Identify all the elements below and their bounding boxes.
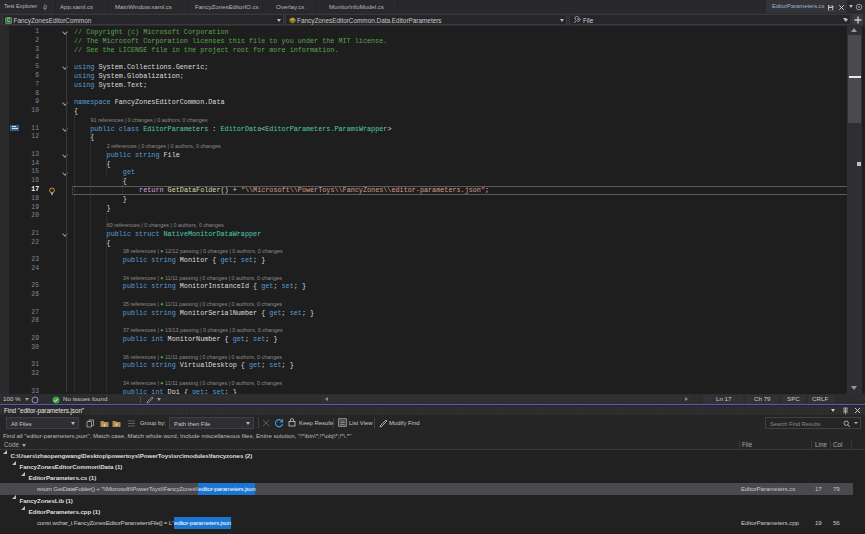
svg-text:C: C xyxy=(7,18,11,23)
